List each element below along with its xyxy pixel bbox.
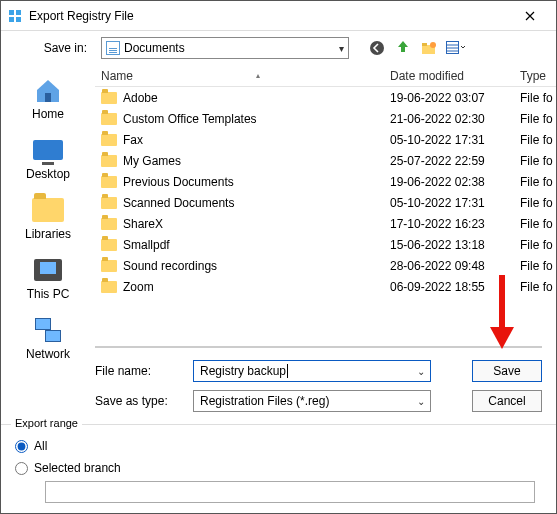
view-menu-icon[interactable]	[445, 38, 465, 58]
back-icon[interactable]	[367, 38, 387, 58]
row-name: ShareX	[123, 217, 163, 231]
svg-rect-6	[422, 43, 427, 46]
export-registry-dialog: Export Registry File Save in: Documents …	[0, 0, 557, 514]
svg-rect-0	[9, 10, 14, 15]
row-type: File fo	[514, 133, 556, 147]
pc-icon	[34, 259, 62, 281]
row-type: File fo	[514, 217, 556, 231]
svg-rect-3	[16, 17, 21, 22]
place-network[interactable]: Network	[8, 311, 88, 365]
place-home[interactable]: Home	[8, 71, 88, 125]
folder-icon	[101, 197, 117, 209]
export-range-group: Export range All Selected branch	[1, 424, 556, 513]
table-row[interactable]: Sound recordings28-06-2022 09:48File fo	[95, 255, 556, 276]
table-row[interactable]: Custom Office Templates21-06-2022 02:30F…	[95, 108, 556, 129]
sort-asc-icon: ▴	[256, 71, 260, 80]
row-name: Smallpdf	[123, 238, 170, 252]
table-row[interactable]: Fax05-10-2022 17:31File fo	[95, 129, 556, 150]
place-libraries[interactable]: Libraries	[8, 191, 88, 245]
titlebar: Export Registry File	[1, 1, 556, 31]
svg-rect-1	[16, 10, 21, 15]
save-button[interactable]: Save	[472, 360, 542, 382]
table-row[interactable]: Smallpdf15-06-2022 13:18File fo	[95, 234, 556, 255]
svg-rect-12	[45, 93, 51, 102]
branch-input[interactable]	[45, 481, 535, 503]
network-icon	[35, 318, 61, 342]
file-list: Name▴ Date modified Type Adobe19-06-2022…	[95, 65, 556, 424]
row-date: 05-10-2022 17:31	[384, 133, 514, 147]
row-name: Zoom	[123, 280, 154, 294]
svg-rect-2	[9, 17, 14, 22]
row-name: Previous Documents	[123, 175, 234, 189]
table-row[interactable]: My Games25-07-2022 22:59File fo	[95, 150, 556, 171]
row-type: File fo	[514, 196, 556, 210]
folder-icon	[32, 198, 64, 222]
folder-icon	[101, 92, 117, 104]
row-date: 21-06-2022 02:30	[384, 112, 514, 126]
row-name: My Games	[123, 154, 181, 168]
row-name: Sound recordings	[123, 259, 217, 273]
row-date: 05-10-2022 17:31	[384, 196, 514, 210]
savetype-dropdown[interactable]: Registration Files (*.reg) ⌄	[193, 390, 431, 412]
folder-icon	[101, 176, 117, 188]
row-date: 17-10-2022 16:23	[384, 217, 514, 231]
table-row[interactable]: Zoom06-09-2022 18:55File fo	[95, 276, 556, 297]
folder-icon	[101, 218, 117, 230]
filename-label: File name:	[95, 364, 183, 378]
savein-value: Documents	[124, 41, 185, 55]
table-row[interactable]: Scanned Documents05-10-2022 17:31File fo	[95, 192, 556, 213]
row-type: File fo	[514, 280, 556, 294]
place-desktop[interactable]: Desktop	[8, 131, 88, 185]
folder-icon	[101, 260, 117, 272]
row-type: File fo	[514, 175, 556, 189]
folder-icon	[101, 134, 117, 146]
row-date: 19-06-2022 02:38	[384, 175, 514, 189]
desktop-icon	[33, 140, 63, 160]
new-folder-icon[interactable]	[419, 38, 439, 58]
table-row[interactable]: ShareX17-10-2022 16:23File fo	[95, 213, 556, 234]
row-name: Scanned Documents	[123, 196, 234, 210]
row-date: 06-09-2022 18:55	[384, 280, 514, 294]
folder-icon	[101, 155, 117, 167]
window-title: Export Registry File	[29, 9, 510, 23]
close-button[interactable]	[510, 2, 550, 30]
row-name: Adobe	[123, 91, 158, 105]
folder-icon	[101, 281, 117, 293]
row-type: File fo	[514, 91, 556, 105]
row-name: Custom Office Templates	[123, 112, 257, 126]
row-type: File fo	[514, 238, 556, 252]
export-legend: Export range	[11, 417, 82, 429]
app-icon	[7, 8, 23, 24]
cancel-button[interactable]: Cancel	[472, 390, 542, 412]
row-type: File fo	[514, 154, 556, 168]
savein-dropdown[interactable]: Documents ▾	[101, 37, 349, 59]
row-date: 28-06-2022 09:48	[384, 259, 514, 273]
location-bar: Save in: Documents ▾	[1, 31, 556, 65]
up-icon[interactable]	[393, 38, 413, 58]
savetype-label: Save as type:	[95, 394, 183, 408]
chevron-down-icon[interactable]: ⌄	[417, 366, 425, 377]
folder-icon	[101, 113, 117, 125]
column-headers[interactable]: Name▴ Date modified Type	[95, 65, 556, 87]
svg-point-7	[430, 42, 436, 48]
savein-label: Save in:	[11, 41, 95, 55]
export-selected-radio[interactable]: Selected branch	[15, 457, 542, 479]
row-type: File fo	[514, 112, 556, 126]
table-row[interactable]: Previous Documents19-06-2022 02:38File f…	[95, 171, 556, 192]
table-row[interactable]: Adobe19-06-2022 03:07File fo	[95, 87, 556, 108]
svg-point-4	[370, 41, 384, 55]
export-all-radio[interactable]: All	[15, 435, 542, 457]
place-thispc[interactable]: This PC	[8, 251, 88, 305]
row-date: 15-06-2022 13:18	[384, 238, 514, 252]
row-name: Fax	[123, 133, 143, 147]
row-date: 25-07-2022 22:59	[384, 154, 514, 168]
row-type: File fo	[514, 259, 556, 273]
chevron-down-icon: ▾	[339, 43, 344, 54]
documents-icon	[106, 41, 120, 55]
row-date: 19-06-2022 03:07	[384, 91, 514, 105]
chevron-down-icon[interactable]: ⌄	[417, 396, 425, 407]
filename-input[interactable]: Registry backup ⌄	[193, 360, 431, 382]
places-bar: Home Desktop Libraries This PC Network	[1, 65, 95, 424]
folder-icon	[101, 239, 117, 251]
